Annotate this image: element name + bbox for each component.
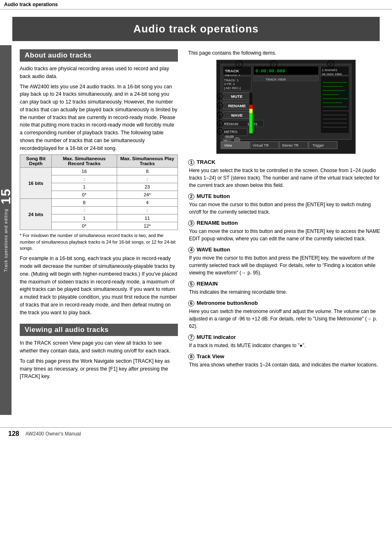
top-bar: Audio track operations	[0, 0, 392, 9]
bit-depth-table: Song Bit Depth Max. Simultaneous Record …	[20, 154, 178, 230]
svg-text:8: 8	[330, 62, 332, 67]
callout-num-2: 2	[188, 193, 194, 200]
chapter-sidebar: 15 Track operations and editing	[0, 45, 12, 415]
svg-text:5: 5	[219, 122, 221, 126]
chapter-title: Audio track operations	[133, 23, 258, 35]
page-footer: 128 AW2400 Owner's Manual	[0, 427, 392, 440]
svg-text:REMAIN: REMAIN	[224, 122, 238, 126]
left-column: About audio tracks Audio tracks are phys…	[12, 45, 184, 415]
table-header-3: Max. Simultaneous Play Tracks	[117, 155, 178, 168]
chapter-number: 15	[0, 188, 14, 205]
svg-text:1.Scene01: 1.Scene01	[322, 68, 337, 72]
svg-rect-45	[249, 113, 253, 134]
callout-title-5: 5 REMAIN	[188, 281, 384, 287]
svg-text:0:00:00.000: 0:00:00.000	[256, 68, 285, 73]
callouts-container: 1 TRACKHere you can select the track to …	[188, 159, 384, 369]
viewing-para-1: In the TRACK screen View page you can vi…	[20, 339, 178, 355]
svg-text:-96dB: -96dB	[224, 135, 234, 139]
svg-text:METRO.: METRO.	[224, 130, 238, 134]
right-column: This page contains the following items. …	[184, 45, 392, 415]
callout-8: 8 Track ViewThis area shows whether trac…	[188, 353, 384, 368]
svg-text:WAVE: WAVE	[231, 113, 243, 117]
chapter-label: Track operations and editing	[4, 209, 8, 272]
svg-rect-47	[249, 105, 253, 109]
callout-desc-3: You can move the cursor to this button a…	[189, 228, 384, 242]
svg-text:TRACK: TRACK	[225, 68, 240, 73]
callout-4: 4 WAVE buttonIf you move the cursor to t…	[188, 246, 384, 276]
about-para-3: For example in a 16-bit song, each track…	[20, 255, 178, 316]
about-heading: About audio tracks	[20, 49, 178, 62]
svg-text:Virtual TR: Virtual TR	[253, 143, 269, 147]
callout-title-1: 1 TRACK	[188, 159, 384, 166]
svg-text:3: 3	[219, 104, 221, 108]
svg-rect-16	[321, 76, 349, 133]
callout-desc-8: This area shows whether tracks 1–24 cont…	[189, 361, 384, 368]
callout-title-3: 3 RENAME button	[188, 220, 384, 226]
svg-text:2: 2	[219, 94, 221, 99]
chapter-banner: Audio track operations	[12, 17, 380, 41]
device-svg: TRACK TRACK 1 0:00:00.000 1.Scene01 44.1…	[217, 60, 355, 154]
callout-num-5: 5	[188, 281, 194, 287]
svg-text:6: 6	[219, 129, 221, 134]
viewing-heading: Viewing all audio tracks	[20, 324, 178, 336]
main-layout: 15 Track operations and editing About au…	[0, 45, 392, 423]
device-diagram: TRACK TRACK 1 0:00:00.000 1.Scene01 44.1…	[216, 60, 356, 154]
callout-desc-4: If you move the cursor to this button an…	[189, 254, 384, 276]
callout-num-7: 7	[188, 334, 194, 341]
svg-text:44.1kHz 16bit: 44.1kHz 16bit	[322, 72, 342, 76]
table-header-1: Song Bit Depth	[20, 155, 52, 168]
callout-title-7: 7 MUTE indicator	[188, 334, 384, 341]
svg-text:View: View	[224, 143, 232, 147]
callout-desc-2: You can move the cursor to this button a…	[189, 201, 384, 216]
svg-text:[-NO REC-]: [-NO REC-]	[224, 86, 241, 90]
content-area: About audio tracks Audio tracks are phys…	[12, 45, 392, 415]
callout-title-8: 8 Track View	[188, 353, 384, 360]
svg-text:TRACK VIEW: TRACK VIEW	[265, 77, 286, 81]
callout-7: 7 MUTE indicatorIf a track is muted, its…	[188, 334, 384, 349]
svg-text:MUTE: MUTE	[231, 94, 242, 99]
callout-5: 5 REMAINThis indicates the remaining rec…	[188, 281, 384, 296]
callout-num-4: 4	[188, 247, 194, 253]
svg-text:4: 4	[219, 113, 221, 117]
callout-desc-1: Here you can select the track to be cont…	[189, 167, 384, 189]
callout-num-8: 8	[188, 354, 194, 360]
svg-text:Trigger: Trigger	[312, 143, 324, 147]
table-footnote: * For mixdown the number of simultaneous…	[20, 233, 178, 251]
page-number: 128	[8, 430, 19, 438]
top-bar-label: Audio track operations	[4, 2, 58, 7]
svg-text:7: 7	[272, 62, 274, 67]
callout-3: 3 RENAME buttonYou can move the cursor t…	[188, 220, 384, 242]
svg-text:V.TR: 2: V.TR: 2	[224, 82, 235, 86]
callout-6: 6 Metronome button/knobHere you can swit…	[188, 300, 384, 330]
svg-text:1: 1	[238, 62, 240, 67]
callout-num-3: 3	[188, 220, 194, 226]
about-para-1: Audio tracks are physical recording area…	[20, 65, 178, 81]
svg-text:TRACK: 1: TRACK: 1	[224, 78, 239, 82]
callout-desc-5: This indicates the remaining recordable …	[189, 288, 384, 296]
callout-desc-6: Here you can switch the metronome on/off…	[189, 308, 384, 330]
table-header-2: Max. Simultaneous Record Tracks	[52, 155, 117, 168]
callout-2: 2 MUTE buttonYou can move the cursor to …	[188, 193, 384, 216]
callout-title-4: 4 WAVE button	[188, 246, 384, 253]
svg-text:Stereo TR: Stereo TR	[282, 143, 299, 147]
svg-text:RENAME: RENAME	[228, 104, 246, 108]
callout-1: 1 TRACKHere you can select the track to …	[188, 159, 384, 189]
svg-rect-46	[249, 109, 253, 113]
svg-rect-10	[254, 76, 319, 81]
callout-title-6: 6 Metronome button/knob	[188, 300, 384, 306]
callout-num-6: 6	[188, 300, 194, 306]
callout-num-1: 1	[188, 159, 194, 166]
footer-manual-text: AW2400 Owner's Manual	[25, 431, 81, 437]
callout-desc-7: If a track is muted, its MUTE indicator …	[189, 342, 384, 349]
viewing-para-2: To call this page press the Work Navigat…	[20, 357, 178, 380]
callout-title-2: 2 MUTE button	[188, 193, 384, 200]
about-para-2: The AW2400 lets you use 24 audio tracks.…	[20, 83, 178, 152]
right-intro: This page contains the following items.	[188, 49, 384, 57]
